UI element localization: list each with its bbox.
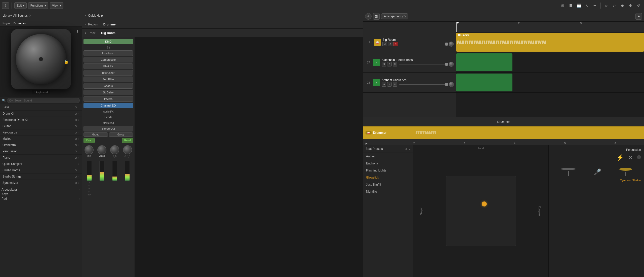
pan-knob-1[interactable]: [449, 42, 454, 47]
cursor-icon[interactable]: ↖: [583, 2, 590, 9]
fader-knob-4[interactable]: [123, 145, 132, 154]
beat-preset-euphoria[interactable]: Euphoria: [363, 160, 413, 167]
track-expand-1[interactable]: ›: [372, 41, 372, 44]
solo-btn-27[interactable]: S: [387, 62, 392, 66]
compressor-button[interactable]: Compressor: [84, 57, 133, 62]
grid-icon[interactable]: ⊞: [559, 2, 566, 9]
capture-button[interactable]: ⊡: [373, 13, 380, 20]
autofilter-button[interactable]: AutoFilter: [84, 77, 133, 82]
category-item-quick-sampler[interactable]: Quick Sampler ›: [0, 161, 82, 167]
mute-btn-28[interactable]: M: [382, 82, 386, 87]
track-region-27[interactable]: [456, 53, 512, 71]
ss-expand-icon: ⊙: [75, 175, 77, 178]
group-btn-2[interactable]: Group: [109, 132, 133, 137]
hihat-icon[interactable]: [561, 168, 576, 170]
solo-btn-1[interactable]: S: [388, 42, 392, 46]
beat-presets-chevron[interactable]: ⌄: [408, 147, 411, 151]
pad-label[interactable]: Pad: [2, 197, 78, 200]
enveloper-button[interactable]: Enveloper: [84, 50, 133, 56]
category-item-studio-horns[interactable]: Studio Horns ⊙ ›: [0, 167, 82, 174]
pan-knob-27[interactable]: [449, 62, 454, 67]
category-item-synthesizer[interactable]: Synthesizer ⊙ ›: [0, 180, 82, 186]
functions-button[interactable]: Functions ▾: [28, 2, 48, 9]
category-item-orchestral[interactable]: Orchestral ⊙ ›: [0, 142, 82, 148]
chorus-button[interactable]: Chorus: [84, 83, 133, 89]
beat-preset-glowstick[interactable]: Glowstick: [363, 174, 413, 181]
track-region-drummer[interactable]: Drummer: [456, 33, 644, 52]
read-btn-1[interactable]: Read: [84, 138, 95, 143]
piano-icon[interactable]: 🎹: [575, 2, 582, 9]
edit-button[interactable]: Edit ▾: [14, 2, 27, 9]
region-expand-arrow[interactable]: ›: [85, 23, 86, 26]
search-input[interactable]: [7, 98, 80, 103]
undo-icon[interactable]: ↺: [635, 2, 642, 9]
perc-fx-row: ⚡ ✕: [552, 154, 641, 161]
pan-knob-28[interactable]: [449, 82, 454, 87]
bitcrusher-button[interactable]: Bitcrusher: [84, 70, 133, 76]
category-item-keyboards[interactable]: Keyboards ⊙ ›: [0, 129, 82, 136]
fader-knob-3[interactable]: [110, 145, 119, 154]
category-item-studio-strings[interactable]: Studio Strings ⊙ ›: [0, 174, 82, 180]
drummer-icon: 🥁: [376, 41, 379, 44]
category-item-drumkit[interactable]: Drum Kit ⊙ ›: [0, 111, 82, 117]
dmd-button[interactable]: DMD: [84, 39, 133, 44]
lock-icon[interactable]: 🔒: [64, 59, 69, 87]
phat-fx-button[interactable]: Phat FX: [84, 63, 133, 69]
st-delay-button[interactable]: St-Delay: [84, 90, 133, 95]
group-btn-1[interactable]: Group: [84, 132, 108, 137]
plus-tool-icon[interactable]: ✛: [591, 2, 598, 9]
beat-preset-nightlife[interactable]: Nightlife: [363, 188, 413, 195]
track-region-28[interactable]: [456, 74, 512, 91]
record-btn-27[interactable]: R: [393, 62, 397, 66]
category-item-mallet[interactable]: Mallet ⊙ ›: [0, 136, 82, 142]
record-btn-1[interactable]: R: [393, 42, 398, 46]
track-controls-1: M S R: [382, 42, 454, 47]
mute-btn-27[interactable]: M: [382, 62, 386, 66]
library-dropdown[interactable]: All Sounds ◇: [13, 14, 31, 17]
add-track-button[interactable]: +: [365, 13, 372, 20]
category-item-guitar[interactable]: Guitar ⊙ ›: [0, 123, 82, 129]
ptverb-button[interactable]: PtVerb: [84, 96, 133, 102]
transport-icon[interactable]: ⇄: [611, 2, 618, 9]
lightning-icon[interactable]: ⚡: [616, 154, 624, 161]
beat-preset-flashing-lights[interactable]: Flashing Lights: [363, 167, 413, 174]
channel-eq-button[interactable]: Channel EQ: [84, 103, 133, 108]
track-expand-arrow[interactable]: ›: [85, 31, 86, 35]
fader-knob-2[interactable]: [97, 145, 106, 154]
fader-knob-1[interactable]: [85, 145, 94, 154]
view-button[interactable]: View ▾: [50, 2, 63, 9]
arrangement-badge[interactable]: Arrangement ◯: [381, 13, 408, 19]
volume-slider-27[interactable]: [399, 64, 447, 64]
stereo-out-button[interactable]: Stereo Out: [84, 126, 133, 131]
mic-icon[interactable]: 🎤: [594, 168, 601, 176]
volume-slider-28[interactable]: [399, 84, 447, 85]
list-icon[interactable]: ☰: [567, 2, 574, 9]
volume-slider-1[interactable]: [400, 44, 447, 44]
settings-icon[interactable]: ⚙: [627, 2, 634, 9]
arpeggiator-label[interactable]: Arpeggiator: [2, 188, 78, 191]
x-mark-icon[interactable]: ✕: [628, 154, 633, 161]
record-btn-28[interactable]: R: [393, 82, 397, 87]
back-button[interactable]: ⇧: [2, 2, 9, 9]
beat-preset-anthem[interactable]: Anthem: [363, 153, 413, 160]
cymbal-icon[interactable]: [619, 168, 632, 171]
solo-btn-28[interactable]: S: [387, 82, 392, 87]
read-btn-2[interactable]: Read: [122, 138, 133, 143]
beat-presets-options[interactable]: ⊖: [405, 147, 407, 151]
smart-help-arrow[interactable]: ›: [85, 14, 86, 17]
category-item-piano[interactable]: Piano ⊙ ›: [0, 155, 82, 161]
keys-label[interactable]: Keys: [2, 192, 78, 196]
category-item-edk[interactable]: Electronic Drum Kit ⊙ ›: [0, 117, 82, 123]
category-item-bass[interactable]: Bass ⊙ ›: [0, 104, 82, 111]
category-item-percussion[interactable]: Percussion ⊙ ›: [0, 148, 82, 155]
track-header-1: 1 › 🥁 Big Room M S R: [363, 32, 456, 52]
category-label-studio-strings: Studio Strings: [3, 175, 73, 178]
record-icon[interactable]: ⏺: [619, 2, 626, 9]
download-icon[interactable]: ⬇: [76, 29, 79, 34]
emoji-icon[interactable]: ☺: [603, 2, 610, 9]
mute-btn-1[interactable]: M: [382, 42, 387, 46]
beat-preset-just-shufflin[interactable]: Just Shufflin: [363, 181, 413, 188]
arrange-settings-button[interactable]: +: [635, 13, 642, 20]
xy-pad[interactable]: [446, 176, 516, 246]
bass-icon: ♬: [376, 61, 378, 64]
